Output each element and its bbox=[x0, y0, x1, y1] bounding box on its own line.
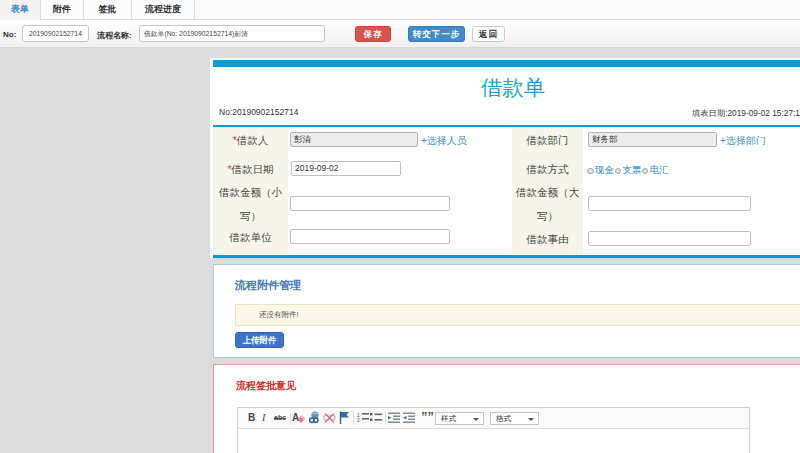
svg-text:A: A bbox=[292, 412, 299, 423]
svg-text:2: 2 bbox=[357, 417, 360, 423]
